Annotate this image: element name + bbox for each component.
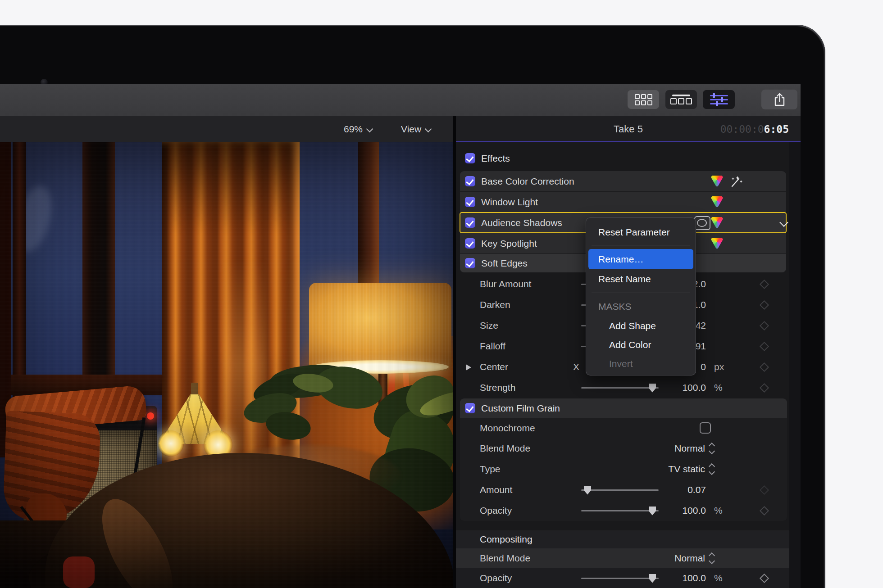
share-icon <box>774 92 786 107</box>
param-row-comp-blend: Blend Mode Normal <box>456 548 789 568</box>
clip-title: Take 5 <box>456 116 801 142</box>
view-dropdown[interactable]: View <box>401 116 431 142</box>
compositing-label: Compositing <box>480 530 533 548</box>
disclosure-triangle-icon[interactable] <box>466 364 471 371</box>
param-row-blend-mode: Blend Mode Normal <box>456 438 789 459</box>
sliders-icon <box>710 95 728 104</box>
view-label: View <box>401 124 421 134</box>
effects-checkbox[interactable] <box>465 153 475 163</box>
menu-item-label: Reset Name <box>598 274 651 284</box>
keyframe-icon[interactable] <box>760 362 769 372</box>
inspector-toggle-button[interactable] <box>703 90 735 109</box>
effect-checkbox[interactable] <box>465 217 475 228</box>
effect-label: Base Color Correction <box>481 171 574 191</box>
menu-item-label: Rename… <box>598 254 643 264</box>
param-label: Opacity <box>480 500 512 521</box>
param-row-type: Type TV static <box>456 459 789 479</box>
panel-divider <box>453 116 456 588</box>
effect-checkbox[interactable] <box>465 238 475 249</box>
menu-item-add-color[interactable]: Add Color <box>586 336 696 354</box>
comp-blend-mode-select[interactable]: Normal <box>637 548 705 569</box>
param-label: Blur Amount <box>480 274 531 294</box>
zoom-level-dropdown[interactable]: 69% <box>344 116 372 142</box>
strength-slider[interactable] <box>581 387 659 389</box>
amp-pilot-light <box>147 412 154 420</box>
param-value[interactable]: 100.0 <box>652 568 706 588</box>
param-value[interactable]: 100.0 <box>652 500 706 521</box>
chevron-down-icon <box>366 126 373 133</box>
param-label: Blend Mode <box>480 548 530 569</box>
film-grain-header-row[interactable]: Custom Film Grain <box>460 398 787 418</box>
color-board-icon[interactable] <box>711 217 723 228</box>
grid-view-button[interactable] <box>628 90 659 109</box>
color-board-icon[interactable] <box>711 176 723 187</box>
param-unit: % <box>714 377 723 398</box>
axis-label: X <box>573 357 579 377</box>
keyframe-icon[interactable] <box>760 342 769 351</box>
chevron-down-icon <box>425 126 432 133</box>
blend-mode-select[interactable]: Normal <box>637 438 705 459</box>
param-row-monochrome: Monochrome <box>456 418 789 438</box>
keyframe-icon[interactable] <box>760 280 769 289</box>
effect-row[interactable]: Base Color Correction <box>460 171 786 191</box>
menu-item-reset-parameter[interactable]: Reset Parameter <box>586 223 696 241</box>
menu-item-add-shape[interactable]: Add Shape <box>586 317 696 335</box>
param-row-grain-opacity: Opacity 100.0 % <box>456 500 789 521</box>
effect-checkbox[interactable] <box>465 176 475 186</box>
app-window: 69% View i Take 5 00:00 <box>0 84 801 588</box>
color-board-icon[interactable] <box>711 196 723 208</box>
stepper-icon[interactable] <box>708 442 715 455</box>
enhance-wand-icon[interactable] <box>728 175 743 188</box>
drum-lamp-shade <box>309 283 451 371</box>
effect-checkbox[interactable] <box>465 197 475 207</box>
param-label: Size <box>480 315 498 336</box>
stepper-icon[interactable] <box>708 463 715 475</box>
param-unit: px <box>714 357 724 377</box>
stepper-icon[interactable] <box>708 552 715 565</box>
comp-opacity-slider[interactable] <box>581 578 659 579</box>
main-toolbar <box>0 84 801 117</box>
viewer-canvas <box>0 142 453 588</box>
menu-item-invert: Invert <box>586 355 696 373</box>
amount-slider[interactable] <box>581 489 659 491</box>
scrollbar-gutter[interactable] <box>789 142 801 588</box>
effect-checkbox[interactable] <box>465 258 475 268</box>
keyframe-icon[interactable] <box>760 300 769 310</box>
keyframe-icon[interactable] <box>760 506 769 516</box>
lamp-bulb-glow <box>158 430 184 457</box>
share-button[interactable] <box>761 90 797 109</box>
param-label: Center <box>480 357 508 377</box>
mask-icon[interactable] <box>694 216 710 230</box>
param-value[interactable]: 0.07 <box>652 479 706 500</box>
menu-item-rename[interactable]: Rename… <box>586 249 696 269</box>
zoom-level-value: 69% <box>344 124 363 134</box>
keyframe-icon[interactable] <box>760 574 769 583</box>
keyframe-icon[interactable] <box>760 485 769 495</box>
menu-item-label: Invert <box>609 358 633 369</box>
monochrome-checkbox[interactable] <box>700 422 711 434</box>
keyframe-icon[interactable] <box>760 383 769 393</box>
param-value[interactable]: 100.0 <box>652 377 706 398</box>
param-label: Falloff <box>480 336 505 357</box>
viewer-toolbar: 69% View <box>0 116 453 143</box>
keyframe-icon[interactable] <box>760 321 769 330</box>
effect-label: Key Spotlight <box>481 233 537 253</box>
grain-opacity-slider[interactable] <box>581 510 659 511</box>
red-chair-back <box>63 556 95 588</box>
menu-item-label: Reset Parameter <box>598 227 670 237</box>
film-grain-checkbox[interactable] <box>465 403 475 413</box>
param-label: Monochrome <box>480 418 535 439</box>
effect-row[interactable]: Window Light <box>460 192 786 212</box>
param-label: Amount <box>480 479 512 500</box>
menu-item-label: Add Shape <box>609 321 656 331</box>
filmstrip-view-button[interactable] <box>665 90 697 109</box>
color-board-icon[interactable] <box>711 238 723 249</box>
menu-separator <box>592 293 690 293</box>
grain-type-select[interactable]: TV static <box>637 459 705 479</box>
menu-item-reset-name[interactable]: Reset Name <box>586 270 696 288</box>
compositing-header-row: Compositing <box>456 530 789 548</box>
effects-master-row: Effects <box>456 149 789 168</box>
param-label: Opacity <box>480 568 512 588</box>
effect-label: Audience Shadows <box>481 213 562 233</box>
menu-separator <box>592 245 690 245</box>
